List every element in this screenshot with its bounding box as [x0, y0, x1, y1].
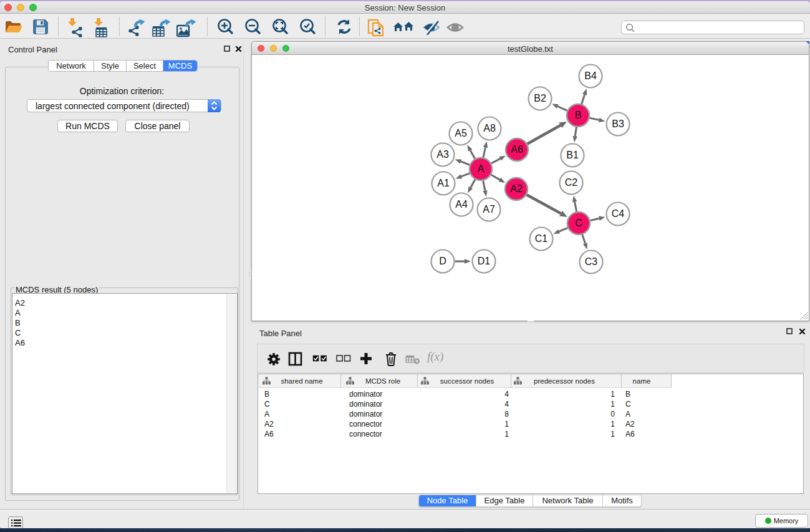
svg-text:A2: A2 [510, 183, 523, 194]
svg-text:C3: C3 [585, 256, 598, 267]
svg-text:A6: A6 [511, 144, 523, 155]
svg-text:A8: A8 [483, 123, 496, 133]
svg-text:A3: A3 [436, 149, 449, 160]
svg-text:B1: B1 [566, 150, 579, 160]
svg-text:A4: A4 [455, 199, 468, 210]
svg-text:A7: A7 [483, 204, 495, 215]
svg-text:C1: C1 [535, 233, 548, 244]
svg-text:C4: C4 [612, 208, 625, 219]
svg-text:B4: B4 [584, 70, 597, 81]
svg-text:C2: C2 [565, 177, 578, 188]
svg-text:A1: A1 [437, 178, 450, 188]
svg-text:A: A [478, 163, 485, 174]
svg-text:C: C [575, 218, 582, 228]
svg-text:B: B [575, 110, 582, 120]
svg-text:A5: A5 [455, 128, 467, 138]
svg-text:B3: B3 [612, 118, 624, 129]
svg-text:B2: B2 [534, 93, 546, 104]
svg-text:D1: D1 [478, 256, 491, 266]
svg-text:D: D [439, 256, 446, 266]
